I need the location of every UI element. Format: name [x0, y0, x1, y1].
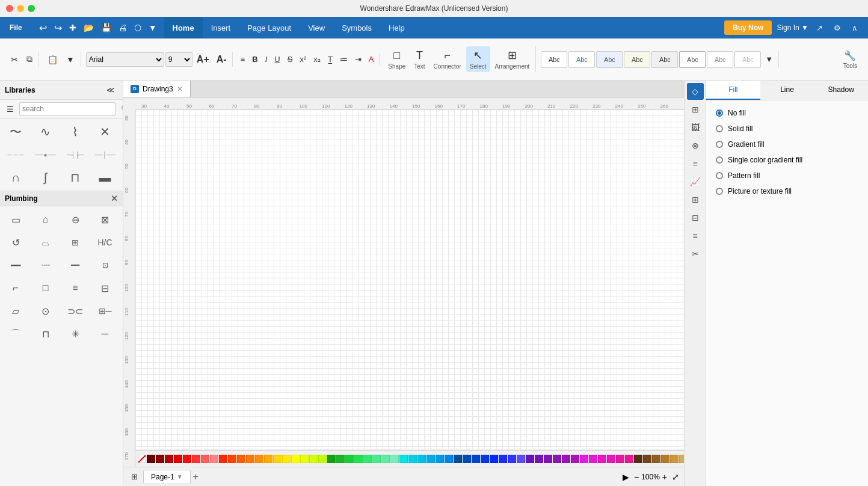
buy-now-button[interactable]: Buy Now — [724, 20, 772, 35]
layers-button[interactable]: ⊗ — [687, 137, 704, 154]
plumbing-shape-12[interactable]: ⊡ — [92, 254, 119, 276]
color-swatch-54[interactable] — [634, 455, 642, 463]
list-view-button[interactable]: ≡ — [687, 227, 704, 244]
cut-button[interactable]: ✂ — [7, 52, 22, 67]
color-swatch-49[interactable] — [589, 455, 597, 463]
color-swatch-57[interactable] — [661, 455, 669, 463]
color-swatch-10[interactable] — [237, 455, 245, 463]
color-swatch-22[interactable] — [345, 455, 354, 463]
plumbing-shape-5[interactable]: ↺ — [2, 232, 29, 253]
fill-option-no_fill[interactable]: No fill — [711, 105, 863, 121]
text-color-button[interactable]: T̲ — [325, 54, 336, 65]
color-swatch-59[interactable] — [679, 455, 684, 463]
scissors-button[interactable]: ✂ — [687, 245, 704, 262]
plumbing-shape-6[interactable]: ⌓ — [32, 232, 59, 253]
color-swatch-51[interactable] — [607, 455, 615, 463]
lib-shape-line2[interactable]: ──●── — [32, 144, 59, 165]
lib-shape-curve1[interactable]: ∫ — [32, 167, 59, 188]
lib-shape-curve2[interactable]: ⊓ — [62, 167, 88, 188]
color-swatch-31[interactable] — [426, 455, 435, 463]
style-preset-7[interactable]: Abc — [707, 51, 733, 68]
color-swatch-47[interactable] — [571, 455, 579, 463]
plumbing-shape-2[interactable]: ⌂ — [32, 209, 59, 230]
italic-button[interactable]: I — [262, 54, 271, 65]
drawing-canvas[interactable] — [135, 109, 684, 449]
fill-tab[interactable]: Fill — [706, 81, 760, 100]
print-button[interactable]: 🖨 — [116, 22, 129, 34]
plumbing-shape-16[interactable]: ⊟ — [92, 277, 119, 299]
style-preset-8[interactable]: Abc — [734, 51, 761, 68]
close-plumbing-button[interactable]: ✕ — [111, 194, 118, 203]
new-button[interactable]: ✚ — [67, 22, 79, 34]
collapse-button[interactable]: ∧ — [849, 22, 861, 34]
color-swatch-37[interactable] — [481, 455, 489, 463]
color-swatch-45[interactable] — [553, 455, 561, 463]
bold-button[interactable]: B — [249, 54, 260, 65]
plumbing-shape-4[interactable]: ⊠ — [92, 209, 119, 230]
color-swatch-21[interactable] — [336, 455, 345, 463]
color-swatch-53[interactable] — [625, 455, 633, 463]
color-swatch-4[interactable] — [183, 455, 191, 463]
color-swatch-55[interactable] — [643, 455, 651, 463]
more-styles-button[interactable]: ▼ — [762, 54, 776, 65]
color-swatch-11[interactable] — [246, 455, 254, 463]
view-menu[interactable]: View — [300, 17, 333, 38]
color-swatch-13[interactable] — [264, 455, 272, 463]
wrap-button[interactable]: ⇥ — [352, 54, 365, 65]
open-button[interactable]: 📂 — [81, 22, 96, 34]
color-swatch-19[interactable] — [318, 455, 327, 463]
table-button[interactable]: ⊞ — [687, 191, 704, 208]
plumbing-shape-11[interactable]: ━━ — [62, 254, 88, 276]
fill-option-picture_texture[interactable]: Picture or texture fill — [711, 183, 863, 199]
text-tool-button[interactable]: T Text — [410, 47, 428, 72]
color-swatch-0[interactable] — [147, 455, 155, 463]
color-swatch-33[interactable] — [445, 455, 453, 463]
color-swatch-18[interactable] — [309, 455, 318, 463]
plumbing-shape-24[interactable]: ─ — [92, 323, 119, 345]
plumbing-shape-21[interactable]: ⌒ — [2, 323, 29, 345]
fill-option-solid_fill[interactable]: Solid fill — [711, 121, 863, 137]
lib-shape-line4[interactable]: ──│── — [92, 144, 119, 165]
select-tool-button[interactable]: ↖ Select — [466, 46, 490, 72]
lib-shape-wave2[interactable]: ∿ — [32, 121, 59, 143]
save-button[interactable]: 💾 — [99, 22, 114, 34]
color-swatch-14[interactable] — [273, 455, 282, 463]
color-swatch-3[interactable] — [174, 455, 182, 463]
fill-panel-button[interactable]: ◇ — [687, 83, 704, 100]
plumbing-shape-10[interactable]: ╌╌ — [32, 254, 59, 276]
no-color-swatch[interactable] — [138, 455, 146, 463]
font-color-button[interactable]: A — [366, 54, 377, 65]
share-button[interactable]: ↗ — [813, 22, 826, 34]
copy-button[interactable]: ⧉ — [23, 52, 36, 67]
line-tab[interactable]: Line — [760, 81, 814, 100]
underline-button[interactable]: U — [271, 54, 283, 65]
superscript-button[interactable]: x² — [297, 54, 309, 65]
style-preset-5[interactable]: Abc — [651, 51, 678, 68]
zoom-out-button[interactable]: − — [634, 472, 639, 482]
file-menu[interactable]: File — [0, 17, 32, 38]
fit-page-button[interactable]: ⤢ — [672, 472, 679, 482]
lib-shape-line3[interactable]: ─┤├─ — [62, 144, 88, 165]
color-swatch-40[interactable] — [508, 455, 516, 463]
plumbing-shape-9[interactable]: ━━ — [2, 254, 29, 276]
color-swatch-36[interactable] — [472, 455, 480, 463]
close-button[interactable] — [6, 5, 13, 12]
plumbing-shape-14[interactable]: □ — [32, 277, 59, 299]
color-swatch-56[interactable] — [652, 455, 660, 463]
color-swatch-41[interactable] — [517, 455, 525, 463]
strikethrough-button[interactable]: S — [285, 54, 296, 65]
page-layout-menu[interactable]: Page Layout — [239, 17, 300, 38]
font-size-select[interactable]: 9 — [165, 52, 192, 67]
play-button[interactable]: ▶ — [623, 472, 629, 482]
color-swatch-15[interactable] — [282, 455, 291, 463]
lib-shape-arch[interactable]: ∩ — [2, 167, 29, 188]
color-swatch-39[interactable] — [499, 455, 507, 463]
color-swatch-48[interactable] — [580, 455, 588, 463]
color-swatch-7[interactable] — [210, 455, 218, 463]
plumbing-shape-19[interactable]: ⊃⊂ — [62, 300, 88, 322]
plumbing-shape-15[interactable]: ≡ — [62, 277, 88, 299]
plumbing-shape-1[interactable]: ▭ — [2, 209, 29, 230]
symbols-menu[interactable]: Symbols — [333, 17, 380, 38]
image-panel-button[interactable]: 🖼 — [687, 119, 704, 136]
lib-shape-wave1[interactable]: 〜 — [2, 121, 29, 143]
